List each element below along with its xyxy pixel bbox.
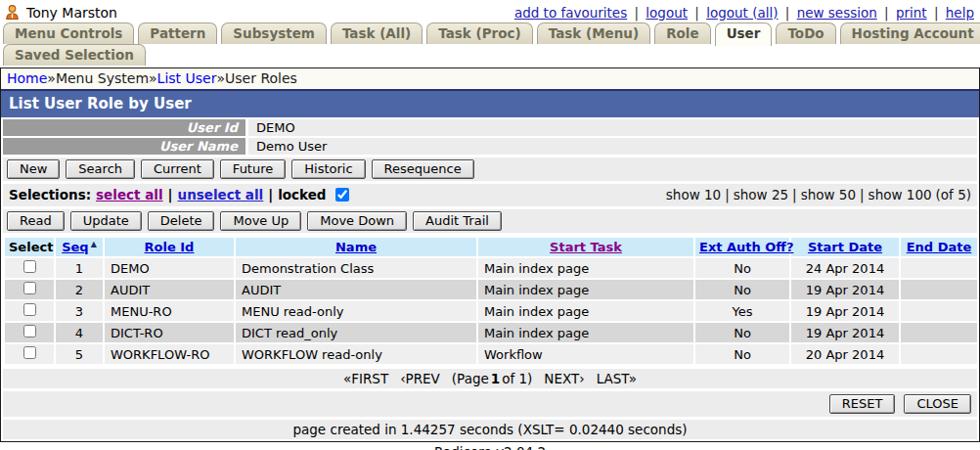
select-cell [5, 258, 54, 278]
search-button[interactable]: Search [66, 159, 135, 179]
show-50-option[interactable]: show 50 [801, 187, 856, 202]
cell-name: DICT read_only [236, 323, 476, 342]
cell-role-id: DEMO [105, 258, 234, 278]
row-select-checkbox[interactable] [23, 260, 36, 273]
pagination-last[interactable]: LAST» [591, 371, 643, 386]
row-select-checkbox[interactable] [23, 303, 36, 316]
top-bar: Tony Marston add to favourites | logout … [0, 0, 980, 22]
current-button[interactable]: Current [141, 159, 214, 179]
cell-role-id: MENU-RO [105, 301, 234, 321]
sort-link-start-date[interactable]: Start Date [808, 240, 882, 254]
tab-user[interactable]: User [715, 22, 773, 46]
breadcrumb-item-home[interactable]: Home [7, 70, 47, 86]
new-button[interactable]: New [7, 159, 60, 179]
locked-checkbox[interactable] [335, 188, 349, 202]
show-25-option[interactable]: show 25 [734, 187, 788, 202]
tab-task-proc[interactable]: Task (Proc) [426, 22, 532, 44]
top-link-new-session[interactable]: new session [797, 5, 877, 21]
field-value-user-id: DEMO [248, 119, 977, 136]
tab-role[interactable]: Role [654, 22, 710, 44]
move-up-button[interactable]: Move Up [220, 211, 301, 231]
cell-start-date: 20 Apr 2014 [791, 344, 899, 364]
breadcrumb-item-user-roles: User Roles [225, 70, 297, 86]
unselect-all-link[interactable]: unselect all [178, 187, 264, 202]
audit-trail-button[interactable]: Audit Trail [413, 211, 502, 231]
reset-button[interactable]: RESET [829, 394, 896, 414]
table-row: 2AUDITAUDITMain index pageNo19 Apr 2014 [5, 280, 977, 299]
cell-start-task: Workflow [478, 344, 693, 364]
pagination-first[interactable]: «FIRST [337, 371, 394, 386]
select-cell [5, 301, 54, 321]
tab-saved-selection[interactable]: Saved Selection [3, 44, 146, 66]
page-timing: page created in 1.44257 seconds (XSLT= 0… [3, 420, 977, 439]
separator: | [688, 5, 706, 21]
separator: | [168, 187, 173, 202]
top-link-add-to-favourites[interactable]: add to favourites [514, 5, 627, 21]
read-button[interactable]: Read [7, 211, 65, 231]
identity-row: User NameDemo User [3, 138, 977, 155]
tab-pattern[interactable]: Pattern [138, 22, 217, 44]
secondary-tab-bar: Saved Selection [0, 44, 980, 66]
sort-link-role-id[interactable]: Role Id [145, 240, 195, 254]
tab-subsystem[interactable]: Subsystem [221, 22, 327, 44]
logged-in-user: Tony Marston [4, 4, 117, 21]
select-cell [5, 280, 54, 299]
tab-task-menu[interactable]: Task (Menu) [537, 22, 650, 44]
sort-link-start-task[interactable]: Start Task [550, 240, 622, 254]
cell-end-date [901, 258, 977, 278]
select-cell [5, 323, 54, 342]
cell-end-date [901, 344, 977, 364]
top-link-help[interactable]: help [946, 5, 974, 21]
cell-name: AUDIT [236, 280, 476, 299]
top-link-logout[interactable]: logout [646, 5, 688, 21]
select-all-link[interactable]: select all [96, 187, 163, 202]
resequence-button[interactable]: Resequence [372, 159, 474, 179]
pagination-page-suffix: of 1) [502, 371, 538, 386]
cell-start-date: 19 Apr 2014 [791, 323, 899, 342]
cell-role-id: DICT-RO [105, 323, 234, 342]
sort-link-name[interactable]: Name [335, 240, 377, 254]
column-header-start-date: Start Date [791, 238, 899, 256]
sort-link-ext-auth-off[interactable]: Ext Auth Off? [699, 240, 793, 254]
top-link-print[interactable]: print [896, 5, 927, 21]
column-header-name: Name [236, 238, 476, 256]
tab-task-all[interactable]: Task (All) [331, 22, 423, 44]
cell-ext-auth-off: No [695, 280, 789, 299]
tab-menu-controls[interactable]: Menu Controls [3, 22, 134, 44]
column-header-select: Select [5, 238, 54, 256]
row-select-checkbox[interactable] [23, 346, 36, 359]
historic-button[interactable]: Historic [291, 159, 365, 179]
sort-link-seq[interactable]: Seq [62, 240, 89, 254]
move-down-button[interactable]: Move Down [307, 211, 407, 231]
top-link-logout-all[interactable]: logout (all) [706, 5, 778, 21]
separator: | [927, 5, 946, 21]
breadcrumb-separator: » [216, 70, 225, 86]
selections-label: Selections: [9, 187, 91, 202]
future-button[interactable]: Future [220, 159, 286, 179]
row-select-checkbox[interactable] [23, 325, 36, 338]
cell-seq: 4 [56, 323, 103, 342]
separator: | [721, 187, 734, 202]
sort-link-end-date[interactable]: End Date [907, 240, 972, 254]
identity-row: User IdDEMO [3, 119, 977, 136]
cell-seq: 3 [56, 301, 103, 321]
cell-ext-auth-off: No [695, 323, 789, 342]
column-header-seq: Seq▲ [56, 238, 103, 256]
pagination-prev[interactable]: ‹PREV [394, 371, 446, 386]
cell-role-id: AUDIT [105, 280, 234, 299]
tab-todo[interactable]: ToDo [776, 22, 835, 44]
close-button[interactable]: CLOSE [904, 394, 971, 414]
person-icon [4, 4, 21, 21]
breadcrumb-item-list-user[interactable]: List User [157, 70, 217, 86]
delete-button[interactable]: Delete [148, 211, 215, 231]
show-10-option[interactable]: show 10 [666, 187, 721, 202]
tab-hosting-account[interactable]: Hosting Account [840, 22, 980, 44]
app-version: Radicore v2.04.2 [0, 442, 980, 450]
show-100-option[interactable]: show 100 [869, 187, 932, 202]
separator: | [778, 5, 796, 21]
update-button[interactable]: Update [70, 211, 142, 231]
pagination-next[interactable]: NEXT› [538, 371, 590, 386]
form-button-row: RESETCLOSE [3, 391, 977, 417]
row-select-checkbox[interactable] [23, 282, 36, 294]
cell-end-date [901, 301, 977, 321]
